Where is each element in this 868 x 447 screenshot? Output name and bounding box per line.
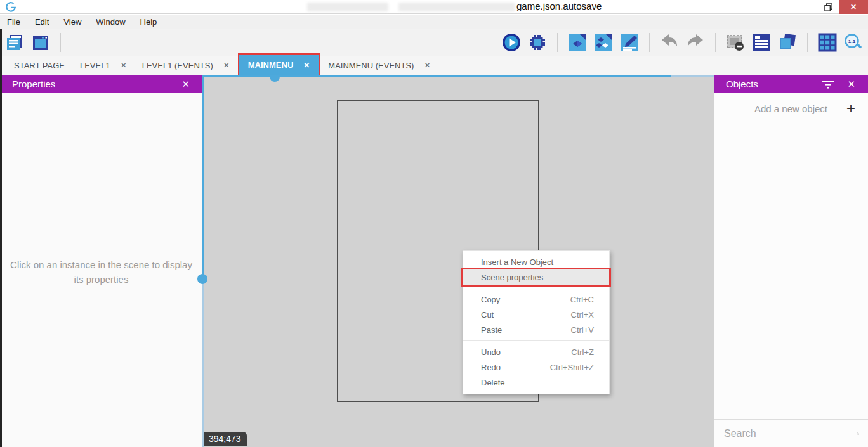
context-menu-label: Paste — [481, 325, 502, 335]
add-object-button[interactable] — [567, 32, 588, 53]
menu-help[interactable]: Help — [138, 16, 159, 28]
context-menu-item-delete[interactable]: Delete — [463, 375, 609, 390]
tab-close-icon[interactable]: ✕ — [223, 61, 230, 70]
properties-panel-title: Properties — [12, 79, 55, 89]
context-menu-label: Cut — [481, 310, 494, 320]
context-menu-label: Undo — [481, 347, 501, 357]
annotation-box-mainmenu-tab: MAINMENU ✕ — [238, 53, 320, 77]
toolbar-separator — [557, 33, 558, 52]
search-icon — [857, 427, 859, 441]
context-menu-shortcut: Ctrl+V — [571, 325, 594, 335]
object-page-icon — [567, 32, 588, 53]
debug-button[interactable] — [527, 32, 548, 53]
search-input[interactable] — [723, 427, 857, 440]
zoom-actual-size-button[interactable]: 1:1 — [843, 32, 864, 53]
context-menu-shortcut: Ctrl+Shift+Z — [550, 363, 594, 372]
splitter-handle-left[interactable] — [197, 274, 207, 284]
grid-button[interactable] — [817, 32, 838, 53]
edit-scene-button[interactable] — [619, 32, 640, 53]
tab-close-icon[interactable]: ✕ — [424, 61, 430, 70]
context-menu-item-redo[interactable]: Redo Ctrl+Shift+Z — [463, 360, 609, 375]
add-object-row[interactable]: Add a new object + — [714, 93, 868, 124]
tab-label: MAINMENU — [248, 60, 294, 70]
objects-panel-title: Objects — [726, 79, 758, 89]
minimize-button[interactable]: – — [796, 0, 817, 14]
context-menu-label: Scene properties — [481, 273, 543, 282]
menu-view[interactable]: View — [62, 16, 83, 28]
context-menu-shortcut: Ctrl+C — [570, 295, 594, 304]
grid-icon — [817, 32, 838, 53]
debugger-chip-icon — [528, 33, 547, 52]
objects-panel-header: Objects ✕ — [714, 75, 868, 93]
tab-level1[interactable]: LEVEL1 ✕ — [72, 56, 135, 75]
tab-close-icon[interactable]: ✕ — [121, 61, 127, 70]
menubar: File Edit View Window Help — [0, 15, 868, 29]
tab-close-icon[interactable]: ✕ — [303, 61, 310, 70]
context-menu-item-cut[interactable]: Cut Ctrl+X — [463, 307, 609, 322]
undo-arrow-icon — [659, 32, 680, 53]
tab-label: LEVEL1 (EVENTS) — [142, 61, 213, 70]
play-button[interactable] — [501, 32, 522, 53]
zoom-1-1-icon: 1:1 — [843, 32, 864, 53]
gdevelop-logo-icon — [5, 1, 16, 13]
instances-list-button[interactable] — [751, 32, 772, 53]
toolbar-separator — [60, 33, 61, 52]
context-menu-item-undo[interactable]: Undo Ctrl+Z — [463, 344, 609, 360]
add-multiple-objects-button[interactable] — [593, 32, 614, 53]
play-icon — [501, 32, 522, 53]
menu-edit[interactable]: Edit — [33, 16, 51, 28]
toolbar-separator — [649, 33, 650, 52]
projects-list-button[interactable] — [4, 32, 25, 53]
context-menu-label: Delete — [481, 378, 505, 387]
layers-button[interactable] — [777, 32, 798, 53]
mask-toggle-button[interactable] — [725, 32, 746, 53]
close-button[interactable]: ✕ — [839, 0, 868, 14]
properties-close-icon[interactable]: ✕ — [178, 78, 194, 91]
filter-icon — [822, 79, 834, 90]
list-table-icon — [751, 32, 772, 53]
edit-pencil-icon — [619, 32, 640, 53]
undo-button[interactable] — [659, 32, 680, 53]
tab-level1-events[interactable]: LEVEL1 (EVENTS) ✕ — [135, 56, 237, 75]
toolbar-separator — [807, 33, 808, 52]
tab-mainmenu-events[interactable]: MAINMENU (EVENTS) ✕ — [320, 56, 438, 75]
restore-button[interactable] — [817, 0, 839, 14]
project-window-button[interactable] — [30, 32, 51, 53]
tab-label: LEVEL1 — [80, 61, 110, 70]
context-menu-item-scene-properties[interactable]: Scene properties — [463, 269, 609, 285]
properties-panel-header: Properties ✕ — [0, 75, 202, 93]
scene-canvas[interactable]: Insert a New Object Scene properties Cop… — [202, 75, 714, 447]
objects-close-icon[interactable]: ✕ — [843, 78, 859, 91]
stacked-pages-icon — [5, 33, 24, 52]
redo-button[interactable] — [685, 32, 706, 53]
menu-window[interactable]: Window — [94, 16, 127, 28]
context-menu-item-copy[interactable]: Copy Ctrl+C — [463, 292, 609, 307]
context-menu-separator — [463, 288, 609, 288]
tab-label: START PAGE — [14, 61, 65, 70]
properties-empty-message: Click on an instance in the scene to dis… — [0, 257, 202, 287]
context-menu-shortcut: Ctrl+X — [571, 310, 594, 320]
left-screen-edge — [0, 29, 2, 447]
tabbar: START PAGE LEVEL1 ✕ LEVEL1 (EVENTS) ✕ MA… — [0, 56, 868, 75]
context-menu: Insert a New Object Scene properties Cop… — [463, 250, 610, 394]
context-menu-label: Copy — [481, 295, 500, 304]
context-menu-label: Redo — [481, 363, 501, 372]
add-object-plus-icon[interactable]: + — [843, 101, 859, 115]
filter-button[interactable] — [822, 79, 834, 90]
vertical-splitter[interactable] — [202, 75, 204, 447]
svg-text:1:1: 1:1 — [848, 38, 856, 44]
main-area: Properties ✕ Click on an instance in the… — [0, 75, 868, 447]
window-title: game.json.autosave — [516, 1, 602, 11]
tab-mainmenu[interactable]: MAINMENU ✕ — [239, 55, 319, 75]
context-menu-item-insert-object[interactable]: Insert a New Object — [463, 254, 609, 269]
tab-label: MAINMENU (EVENTS) — [328, 61, 414, 70]
context-menu-item-paste[interactable]: Paste Ctrl+V — [463, 322, 609, 337]
restore-icon — [824, 3, 832, 11]
tab-start-page[interactable]: START PAGE — [6, 56, 72, 75]
layers-icon — [777, 32, 798, 53]
context-menu-label: Insert a New Object — [481, 257, 553, 267]
menu-file[interactable]: File — [5, 16, 22, 28]
redo-arrow-icon — [685, 32, 706, 53]
objects-search-row — [714, 419, 868, 447]
redacted-path-segment — [398, 3, 515, 11]
